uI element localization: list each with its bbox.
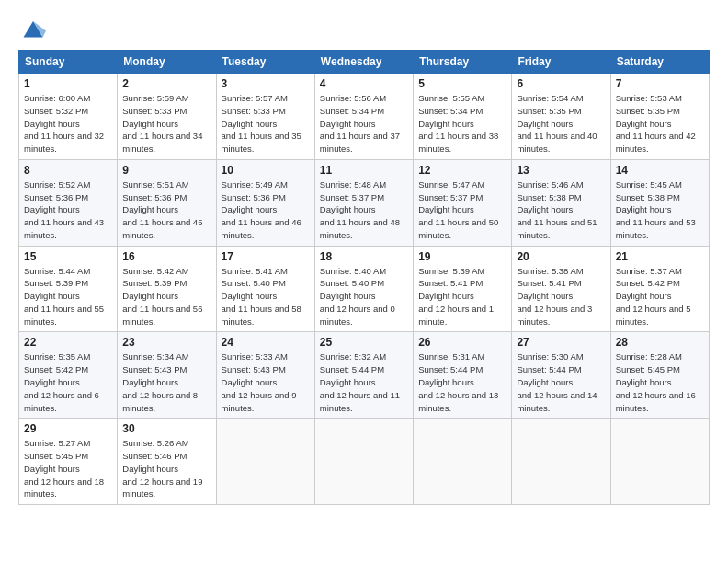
day-detail: Sunrise: 5:38 AMSunset: 5:41 PMDaylight … [517,265,605,328]
weekday-header-cell: Monday [118,51,216,74]
day-number: 30 [122,422,210,435]
calendar-day-cell: 1 Sunrise: 6:00 AMSunset: 5:32 PMDayligh… [19,74,118,160]
day-detail: Sunrise: 5:27 AMSunset: 5:45 PMDaylight … [24,437,112,500]
day-detail: Sunrise: 5:32 AMSunset: 5:44 PMDaylight … [320,350,408,414]
day-detail: Sunrise: 5:46 AMSunset: 5:38 PMDaylight … [517,178,605,242]
calendar-day-cell [512,419,610,505]
day-detail: Sunrise: 5:26 AMSunset: 5:46 PMDaylight … [122,437,210,500]
day-number: 22 [24,336,112,349]
calendar: SundayMondayTuesdayWednesdayThursdayFrid… [18,50,710,505]
day-detail: Sunrise: 5:47 AMSunset: 5:37 PMDaylight … [418,178,506,242]
calendar-day-cell: 3 Sunrise: 5:57 AMSunset: 5:33 PMDayligh… [216,74,314,160]
calendar-day-cell: 27 Sunrise: 5:30 AMSunset: 5:44 PMDaylig… [512,332,610,419]
day-number: 5 [418,77,506,90]
calendar-day-cell: 8 Sunrise: 5:52 AMSunset: 5:36 PMDayligh… [19,159,118,246]
day-number: 25 [320,336,408,349]
day-detail: Sunrise: 5:49 AMSunset: 5:36 PMDaylight … [222,178,310,242]
day-detail: Sunrise: 5:28 AMSunset: 5:45 PMDaylight … [616,350,704,414]
day-detail: Sunrise: 5:34 AMSunset: 5:43 PMDaylight … [122,350,210,414]
day-detail: Sunrise: 5:57 AMSunset: 5:33 PMDaylight … [222,92,310,155]
logo-icon [20,15,46,40]
calendar-day-cell: 24 Sunrise: 5:33 AMSunset: 5:43 PMDaylig… [216,332,314,419]
day-number: 13 [517,164,605,177]
calendar-week-row: 29 Sunrise: 5:27 AMSunset: 5:45 PMDaylig… [19,419,710,505]
calendar-day-cell: 7 Sunrise: 5:53 AMSunset: 5:35 PMDayligh… [610,74,709,160]
day-detail: Sunrise: 5:35 AMSunset: 5:42 PMDaylight … [24,350,112,414]
day-detail: Sunrise: 5:31 AMSunset: 5:44 PMDaylight … [418,350,506,414]
day-detail: Sunrise: 5:54 AMSunset: 5:35 PMDaylight … [517,92,605,155]
day-detail: Sunrise: 5:42 AMSunset: 5:39 PMDaylight … [122,265,210,328]
page: SundayMondayTuesdayWednesdayThursdayFrid… [0,0,728,514]
day-number: 2 [122,77,210,90]
day-number: 9 [122,164,210,177]
calendar-day-cell: 9 Sunrise: 5:51 AMSunset: 5:36 PMDayligh… [118,159,216,246]
day-number: 23 [122,336,210,349]
calendar-day-cell: 15 Sunrise: 5:44 AMSunset: 5:39 PMDaylig… [19,246,118,332]
calendar-day-cell: 16 Sunrise: 5:42 AMSunset: 5:39 PMDaylig… [118,246,216,332]
day-detail: Sunrise: 5:59 AMSunset: 5:33 PMDaylight … [122,92,210,155]
calendar-day-cell: 28 Sunrise: 5:28 AMSunset: 5:45 PMDaylig… [610,332,709,419]
calendar-day-cell [314,419,413,505]
day-number: 24 [222,336,310,349]
day-detail: Sunrise: 5:45 AMSunset: 5:38 PMDaylight … [616,178,704,242]
calendar-day-cell: 6 Sunrise: 5:54 AMSunset: 5:35 PMDayligh… [512,74,610,160]
day-number: 16 [122,250,210,263]
calendar-day-cell: 11 Sunrise: 5:48 AMSunset: 5:37 PMDaylig… [314,159,413,246]
day-detail: Sunrise: 5:44 AMSunset: 5:39 PMDaylight … [24,265,112,328]
day-number: 7 [616,77,704,90]
day-detail: Sunrise: 5:53 AMSunset: 5:35 PMDaylight … [616,92,704,155]
day-detail: Sunrise: 5:55 AMSunset: 5:34 PMDaylight … [418,92,506,155]
calendar-day-cell: 25 Sunrise: 5:32 AMSunset: 5:44 PMDaylig… [314,332,413,419]
calendar-day-cell [414,419,512,505]
calendar-day-cell: 22 Sunrise: 5:35 AMSunset: 5:42 PMDaylig… [19,332,118,419]
weekday-header-cell: Wednesday [314,51,413,74]
calendar-day-cell: 4 Sunrise: 5:56 AMSunset: 5:34 PMDayligh… [314,74,413,160]
calendar-day-cell: 12 Sunrise: 5:47 AMSunset: 5:37 PMDaylig… [414,159,512,246]
day-number: 28 [616,336,704,349]
weekday-header-cell: Saturday [610,51,709,74]
day-number: 29 [24,422,112,435]
calendar-day-cell [216,419,314,505]
header [18,15,710,40]
calendar-day-cell [610,419,709,505]
day-number: 14 [616,164,704,177]
calendar-day-cell: 29 Sunrise: 5:27 AMSunset: 5:45 PMDaylig… [19,419,118,505]
weekday-header-cell: Friday [512,51,610,74]
calendar-day-cell: 13 Sunrise: 5:46 AMSunset: 5:38 PMDaylig… [512,159,610,246]
day-detail: Sunrise: 5:56 AMSunset: 5:34 PMDaylight … [320,92,408,155]
day-number: 10 [222,164,310,177]
calendar-day-cell: 20 Sunrise: 5:38 AMSunset: 5:41 PMDaylig… [512,246,610,332]
day-number: 15 [24,250,112,263]
calendar-week-row: 22 Sunrise: 5:35 AMSunset: 5:42 PMDaylig… [19,332,710,419]
calendar-day-cell: 5 Sunrise: 5:55 AMSunset: 5:34 PMDayligh… [414,74,512,160]
day-detail: Sunrise: 6:00 AMSunset: 5:32 PMDaylight … [24,92,112,155]
calendar-day-cell: 26 Sunrise: 5:31 AMSunset: 5:44 PMDaylig… [414,332,512,419]
calendar-day-cell: 23 Sunrise: 5:34 AMSunset: 5:43 PMDaylig… [118,332,216,419]
day-detail: Sunrise: 5:51 AMSunset: 5:36 PMDaylight … [122,178,210,242]
day-number: 27 [517,336,605,349]
day-number: 3 [222,77,310,90]
day-detail: Sunrise: 5:40 AMSunset: 5:40 PMDaylight … [320,265,408,328]
calendar-day-cell: 2 Sunrise: 5:59 AMSunset: 5:33 PMDayligh… [118,74,216,160]
day-number: 19 [418,250,506,263]
day-number: 4 [320,77,408,90]
day-number: 17 [222,250,310,263]
day-number: 18 [320,250,408,263]
calendar-day-cell: 19 Sunrise: 5:39 AMSunset: 5:41 PMDaylig… [414,246,512,332]
day-number: 26 [418,336,506,349]
day-number: 1 [24,77,112,90]
calendar-week-row: 8 Sunrise: 5:52 AMSunset: 5:36 PMDayligh… [19,159,710,246]
calendar-day-cell: 10 Sunrise: 5:49 AMSunset: 5:36 PMDaylig… [216,159,314,246]
calendar-day-cell: 17 Sunrise: 5:41 AMSunset: 5:40 PMDaylig… [216,246,314,332]
day-detail: Sunrise: 5:52 AMSunset: 5:36 PMDaylight … [24,178,112,242]
weekday-header-cell: Thursday [414,51,512,74]
calendar-day-cell: 30 Sunrise: 5:26 AMSunset: 5:46 PMDaylig… [118,419,216,505]
day-detail: Sunrise: 5:41 AMSunset: 5:40 PMDaylight … [222,265,310,328]
calendar-day-cell: 18 Sunrise: 5:40 AMSunset: 5:40 PMDaylig… [314,246,413,332]
calendar-day-cell: 21 Sunrise: 5:37 AMSunset: 5:42 PMDaylig… [610,246,709,332]
calendar-day-cell: 14 Sunrise: 5:45 AMSunset: 5:38 PMDaylig… [610,159,709,246]
day-number: 11 [320,164,408,177]
day-number: 8 [24,164,112,177]
logo [18,15,46,40]
calendar-week-row: 15 Sunrise: 5:44 AMSunset: 5:39 PMDaylig… [19,246,710,332]
